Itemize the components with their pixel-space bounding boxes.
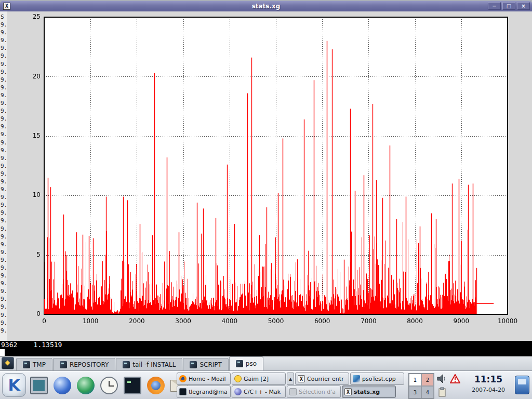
terminal-icon[interactable] — [124, 377, 141, 394]
titlebar-buttons: − □ × — [488, 2, 530, 10]
close-button[interactable]: × — [517, 2, 530, 10]
task-label: Gaim [2] — [244, 376, 269, 382]
pager-desktop-1[interactable]: 1 — [409, 374, 421, 386]
kate-task-icon — [353, 375, 360, 382]
window-titlebar[interactable]: X stats.xg − □ × — [0, 1, 532, 11]
minimize-button[interactable]: − — [488, 2, 501, 10]
tab-tmp[interactable]: TMP — [16, 358, 52, 370]
task-label: C/C++ - Mak — [244, 389, 281, 395]
terminal-clipped-line: 9. — [1, 272, 7, 280]
pager-desktop-3[interactable]: 3 — [409, 386, 421, 398]
terminal-clipped-line: 9. — [1, 311, 7, 319]
system-tray — [436, 373, 463, 398]
konsole-session-icon — [190, 361, 197, 368]
terminal-clipped-line: 9. — [1, 29, 7, 36]
tab-tail-f-install[interactable]: tail -f INSTALL — [116, 358, 182, 370]
terminal-clipped-line: 9. — [1, 233, 7, 241]
task-stats-xg[interactable]: Xstats.xg — [342, 385, 396, 398]
terminal-clipped-line: 9. — [1, 327, 7, 335]
task-c-c-mak[interactable]: C/C++ - Mak — [232, 385, 286, 398]
tab-label: REPOSITORY — [70, 361, 109, 368]
task-tlegrand-ma[interactable]: tlegrand@ma — [177, 385, 231, 398]
desktop-icon[interactable] — [30, 377, 48, 394]
task-psotest-cpp[interactable]: psoTest.cpp — [350, 373, 404, 385]
tab-label: TMP — [33, 361, 46, 368]
pager-desktop-4[interactable]: 4 — [421, 386, 434, 398]
terminal-last-output: 9362 1.13519 — [1, 341, 62, 349]
warning-icon[interactable] — [450, 374, 460, 383]
terminal-clipped-line: 9. — [1, 178, 7, 185]
terminal-clipped-line: 9. — [1, 154, 7, 162]
background-terminal-left-strip[interactable]: S9.9.9.9.9.9.9.9.9.9.9.9.9.9.9.9.9.9.9.9… — [0, 11, 7, 341]
terminal-clipped-line: 9. — [1, 99, 7, 107]
pager-desktop-2[interactable]: 2 — [421, 374, 434, 386]
terminal-clipped-line: 9. — [1, 201, 7, 209]
tab-label: pso — [246, 360, 257, 367]
task-home-mozil[interactable]: Home - Mozil — [177, 373, 231, 385]
task-label: Sélection d'a — [299, 389, 336, 395]
terminal-clipped-line: 9. — [1, 248, 7, 256]
clock-time: 11:15 — [464, 374, 512, 384]
terminal-clipped-line: 9. — [1, 36, 7, 44]
taskbar-scroll-up[interactable]: ▲ — [287, 373, 294, 385]
volume-icon[interactable] — [436, 374, 448, 384]
konqueror-icon[interactable] — [54, 377, 71, 394]
taskbar-row-1: Home - MozilGaim [2]▲XCourrier entrpsoTe… — [177, 373, 407, 385]
firefox-task-icon — [179, 375, 187, 382]
klipper-icon[interactable] — [438, 387, 446, 397]
xgraph-plot-canvas[interactable] — [7, 11, 532, 341]
cpp-task-icon — [234, 388, 242, 395]
clock-icon[interactable] — [100, 377, 118, 394]
maximize-button[interactable]: □ — [502, 2, 515, 10]
panel-clock[interactable]: 11:15 2007-04-20 — [464, 374, 512, 393]
terminal-clipped-line: 9. — [1, 68, 7, 76]
task-courrier-entr[interactable]: XCourrier entr — [295, 373, 349, 385]
firefox-icon[interactable] — [147, 377, 165, 394]
tab-repository[interactable]: REPOSITORY — [53, 358, 115, 370]
terminal-clipped-line: 9. — [1, 225, 7, 233]
konsole-tabs: TMPREPOSITORYtail -f INSTALLSCRIPTpso — [16, 356, 264, 370]
dim-task-icon — [289, 388, 297, 395]
desktop-pager: 1234 — [408, 373, 434, 399]
terminal-clipped-line: 9. — [1, 241, 7, 248]
globe-icon[interactable] — [77, 377, 95, 394]
konsole-session-icon — [60, 361, 67, 368]
panel-right-launcher-icon[interactable] — [515, 376, 529, 394]
tab-label: tail -f INSTALL — [132, 361, 176, 368]
kmenu-button[interactable]: K — [2, 373, 26, 397]
x-task-icon: X — [344, 388, 352, 395]
terminal-clipped-line: 9. — [1, 185, 7, 193]
terminal-clipped-line: 9. — [1, 162, 7, 170]
new-tab-button[interactable] — [2, 357, 14, 369]
task-label: psoTest.cpp — [362, 376, 396, 382]
terminal-clipped-line: 9. — [1, 193, 7, 201]
terminal-clipped-line: 9. — [1, 76, 7, 84]
terminal-clipped-line: 9. — [1, 170, 7, 178]
tab-pso[interactable]: pso — [229, 356, 263, 370]
terminal-clipped-line: 9. — [1, 280, 7, 287]
terminal-clipped-line: 9. — [1, 319, 7, 327]
terminal-clipped-line: 9. — [1, 303, 7, 311]
task-gaim-2[interactable]: Gaim [2] — [232, 373, 286, 385]
task-label: stats.xg — [354, 389, 380, 395]
x-task-icon: X — [298, 375, 305, 382]
task-s-lection-d-a[interactable]: Sélection d'a — [287, 385, 341, 398]
taskbar-row-2: tlegrand@maC/C++ - MakSélection d'aXstat… — [177, 385, 407, 398]
terminal-status-strip[interactable]: 9362 1.13519 — [0, 341, 532, 356]
terminal-clipped-line: 9. — [1, 217, 7, 224]
terminal-clipped-line: 9. — [1, 115, 7, 123]
gaim-task-icon — [234, 375, 242, 382]
terminal-clipped-line: 9. — [1, 107, 7, 115]
terminal-clipped-line: 9. — [1, 60, 7, 68]
clock-date: 2007-04-20 — [464, 387, 512, 393]
konsole-session-icon — [236, 360, 243, 367]
terminal-clipped-line: 9. — [1, 287, 7, 295]
terminal-clipped-line: 9. — [1, 295, 7, 303]
terminal-clipped-line: 9. — [1, 256, 7, 264]
task-label: Home - Mozil — [189, 376, 226, 382]
terminal-clipped-line: 9. — [1, 91, 7, 99]
terminal-clipped-line: 9. — [1, 139, 7, 147]
task-label: Courrier entr — [307, 376, 344, 382]
terminal-task-icon — [179, 388, 187, 395]
tab-script[interactable]: SCRIPT — [183, 358, 228, 370]
